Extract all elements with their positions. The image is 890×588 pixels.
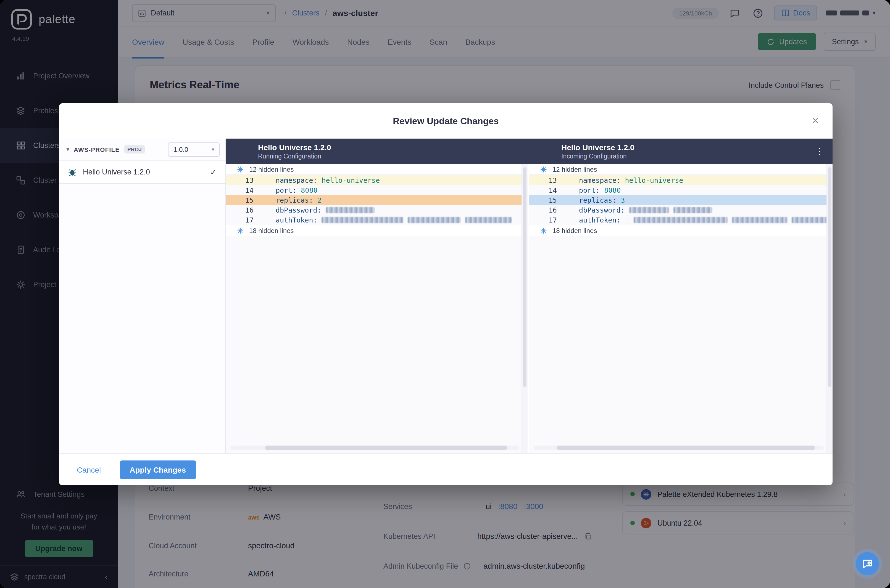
check-icon: ✓ [210, 168, 216, 176]
diff-line: 17 authToken: [226, 215, 528, 225]
profile-version-select[interactable]: 1.0.0 ▾ [168, 142, 220, 156]
snowflake-icon [237, 166, 244, 172]
redacted-secret [674, 207, 712, 213]
running-config-pane: 12 hidden lines 13 namespace:hello-unive… [226, 164, 528, 453]
diff-line: 13 namespace:hello-universe [529, 175, 833, 185]
hidden-lines-expander-bottom[interactable]: 18 hidden lines [529, 225, 833, 236]
snowflake-icon [540, 166, 547, 172]
hidden-lines-label: 18 hidden lines [249, 226, 294, 234]
chat-bubble-icon [862, 558, 873, 569]
profile-scope-badge: PROJ [124, 145, 145, 153]
diff-line-changed: 15 replicas:3 [529, 195, 833, 205]
redacted-secret [732, 217, 787, 223]
pack-icon [68, 168, 77, 176]
hidden-lines-expander-top[interactable]: 12 hidden lines [529, 164, 833, 175]
incoming-config-subtitle: Incoming Configuration [561, 153, 833, 159]
running-config-subtitle: Running Configuration [258, 153, 529, 159]
chevron-down-icon: ▾ [212, 146, 214, 152]
redacted-secret [629, 207, 669, 213]
modal-title: Review Update Changes [393, 116, 499, 126]
redacted-secret [634, 217, 728, 223]
incoming-config-title: Hello Universe 1.2.0 [561, 143, 833, 152]
diff-header: Hello Universe 1.2.0 Running Configurati… [226, 139, 833, 164]
apply-changes-button[interactable]: Apply Changes [120, 460, 196, 479]
snowflake-icon [237, 227, 244, 234]
redacted-secret [322, 217, 404, 223]
close-icon[interactable]: ✕ [812, 115, 819, 127]
modal-footer: Cancel Apply Changes [59, 453, 833, 485]
incoming-config-header: Hello Universe 1.2.0 Incoming Configurat… [529, 139, 833, 164]
redacted-secret [326, 207, 374, 213]
profile-name: AWS-PROFILE [74, 146, 120, 153]
diff-line: 14 port:8080 [529, 185, 833, 195]
redacted-secret [465, 217, 512, 223]
vertical-scrollbar[interactable] [522, 164, 528, 453]
modal-header: Review Update Changes ✕ [59, 103, 833, 139]
profile-version-value: 1.0.0 [173, 146, 188, 153]
support-chat-button[interactable] [856, 552, 879, 575]
hidden-lines-label: 12 hidden lines [552, 165, 597, 173]
diff-panes: 12 hidden lines 13 namespace:hello-unive… [226, 164, 833, 453]
review-update-changes-modal: Review Update Changes ✕ ▾ AWS-PROFILE PR… [59, 103, 833, 485]
pack-label: Hello Universe 1.2.0 [83, 168, 150, 176]
hidden-lines-expander-bottom[interactable]: 18 hidden lines [226, 225, 528, 236]
diff-viewer: Hello Universe 1.2.0 Running Configurati… [226, 139, 833, 453]
diff-line: 17 authToken:' [529, 215, 833, 225]
modal-body: ▾ AWS-PROFILE PROJ 1.0.0 ▾ Hello Univers… [59, 139, 833, 453]
cancel-button[interactable]: Cancel [74, 465, 104, 474]
incoming-config-pane: 12 hidden lines 13 namespace:hello-unive… [529, 164, 833, 453]
diff-line-changed: 15 replicas:2 [226, 195, 528, 205]
hidden-lines-expander-top[interactable]: 12 hidden lines [226, 164, 528, 175]
profiles-panel: ▾ AWS-PROFILE PROJ 1.0.0 ▾ Hello Univers… [59, 139, 226, 453]
diff-line: 16 dbPassword: [226, 205, 528, 215]
profile-row: ▾ AWS-PROFILE PROJ 1.0.0 ▾ [59, 139, 226, 160]
diff-line: 13 namespace:hello-universe [226, 175, 528, 185]
running-config-header: Hello Universe 1.2.0 Running Configurati… [226, 139, 529, 164]
chevron-down-icon[interactable]: ▾ [66, 146, 69, 153]
horizontal-scrollbar[interactable] [230, 446, 519, 450]
horizontal-scrollbar[interactable] [534, 446, 824, 450]
diff-line: 14 port:8080 [226, 185, 528, 195]
kebab-menu-icon[interactable]: ⋮ [815, 146, 824, 156]
running-config-title: Hello Universe 1.2.0 [258, 143, 529, 152]
redacted-secret [408, 217, 461, 223]
snowflake-icon [540, 227, 547, 234]
hidden-lines-label: 18 hidden lines [552, 226, 597, 234]
app-window: palette 4.4.19 Project Overview Profiles… [0, 0, 890, 588]
pack-item-hello-universe[interactable]: Hello Universe 1.2.0 ✓ [59, 160, 226, 184]
diff-line: 16 dbPassword: [529, 205, 833, 215]
redacted-secret [792, 217, 830, 223]
hidden-lines-label: 12 hidden lines [249, 165, 294, 173]
vertical-scrollbar[interactable] [827, 164, 833, 453]
